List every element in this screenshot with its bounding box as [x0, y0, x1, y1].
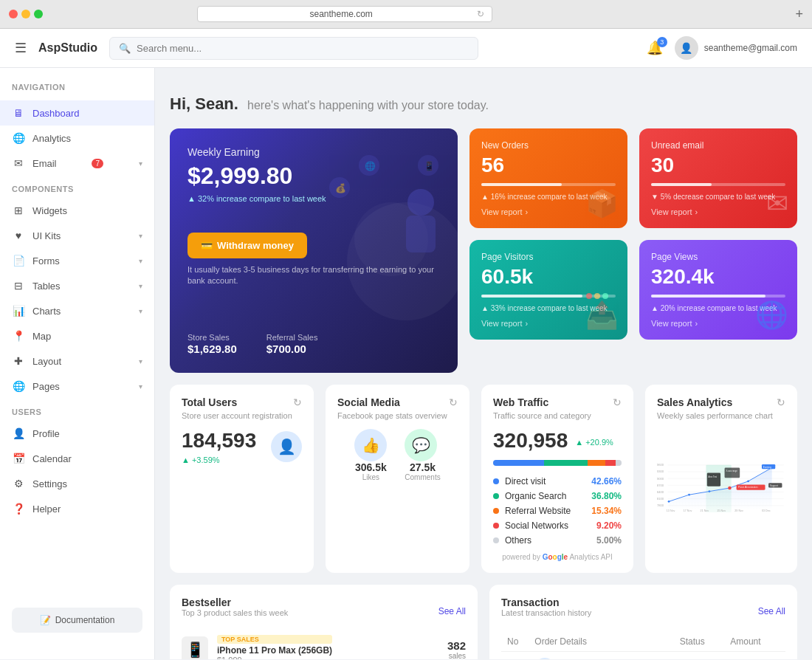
withdraw-button[interactable]: 💳 Withdraw money — [187, 233, 307, 258]
sidebar-item-label: Settings — [32, 478, 67, 489]
greeting-text: Hi, Sean. here's what's happening with y… — [170, 94, 797, 114]
user-info[interactable]: 👤 seantheme@gmail.com — [675, 36, 797, 60]
sidebar-item-label: Helper — [32, 503, 61, 515]
see-all-link[interactable]: See All — [758, 606, 785, 616]
sidebar-item-pages[interactable]: 🌐 Pages ▾ — [0, 374, 154, 399]
sidebar-item-profile[interactable]: 👤 Profile — [0, 421, 154, 446]
sidebar-item-label: Layout — [32, 356, 61, 367]
bestseller-subtitle: Top 3 product sales this week — [182, 608, 288, 617]
sidebar-item-email[interactable]: ✉ Email 7 ▾ — [0, 151, 154, 176]
sidebar-item-label: Analytics — [32, 133, 71, 144]
refresh-icon[interactable]: ↻ — [613, 396, 622, 408]
see-all-link[interactable]: See All — [438, 606, 466, 616]
transaction-table: No Order Details Status Amount 1. — [501, 632, 785, 659]
svg-point-27 — [709, 490, 711, 492]
transaction-card: Transaction Latest transaction history S… — [489, 585, 797, 659]
svg-text:13 Nov: 13 Nov — [667, 509, 675, 512]
users-avatar-icon: 👤 — [271, 431, 302, 462]
layout-icon: ✚ — [12, 354, 25, 368]
svg-text:9300: 9300 — [657, 470, 664, 473]
refresh-icon[interactable]: ↻ — [477, 9, 484, 19]
sidebar-item-layout[interactable]: ✚ Layout ▾ — [0, 348, 154, 374]
uikits-icon: ♥ — [12, 229, 25, 242]
col-order: Order Details — [529, 632, 673, 652]
total-users-value: 184,593 — [182, 429, 256, 453]
sidebar-item-widgets[interactable]: ⊞ Widgets — [0, 198, 154, 223]
view-report-link[interactable]: View report › — [651, 207, 785, 216]
hamburger-icon[interactable]: ☰ — [15, 40, 27, 56]
likes-icon: 👍 — [354, 429, 387, 461]
sidebar-item-forms[interactable]: 📄 Forms ▾ — [0, 248, 154, 273]
add-tab-button[interactable]: + — [795, 7, 803, 22]
minimize-dot[interactable] — [21, 10, 30, 18]
traffic-list: Direct visit 42.66% Organic Search 36.80… — [493, 476, 622, 546]
col-status: Status — [674, 632, 725, 652]
svg-text:9600: 9600 — [657, 463, 664, 467]
social-icons: 👍 306.5k Likes 💬 27.5k Comments — [337, 429, 458, 481]
col-amount: Amount — [724, 632, 785, 652]
sidebar-item-map[interactable]: 📍 Map — [0, 323, 154, 348]
sidebar-item-label: Calendar — [32, 453, 72, 464]
social-media-title: Social Media — [337, 396, 400, 408]
metric-title: Page Views — [651, 252, 785, 262]
svg-text:9000: 9000 — [657, 476, 664, 480]
sidebar-item-analytics[interactable]: 🌐 Analytics — [0, 126, 154, 151]
search-input[interactable] — [137, 43, 469, 54]
app-title: AspStudio — [38, 41, 97, 55]
svg-text:8400: 8400 — [657, 490, 664, 494]
refresh-icon[interactable]: ↻ — [449, 396, 458, 408]
product-image: 📱 — [182, 636, 208, 659]
bestseller-header: Bestseller Top 3 product sales this week… — [182, 597, 466, 626]
email-envelope-icon: ✉ — [766, 188, 788, 219]
browser-url[interactable]: seantheme.com ↻ — [197, 6, 492, 22]
sidebar-item-calendar[interactable]: 📅 Calendar — [0, 446, 154, 471]
helper-icon: ❓ — [12, 502, 25, 515]
metric-row-2: Page Visitors 60.5k ▲ 33% increase — [469, 240, 797, 340]
analytics-icon: 🌐 — [12, 131, 25, 145]
user-email: seantheme@gmail.com — [704, 43, 797, 53]
total-users-card: Total Users ↻ Store user account registr… — [170, 385, 314, 573]
sidebar-item-dashboard[interactable]: 🖥 Dashboard — [0, 100, 154, 126]
email-badge: 7 — [92, 159, 103, 168]
chevron-down-icon: ▾ — [139, 257, 142, 265]
sidebar-item-settings[interactable]: ⚙ Settings — [0, 471, 154, 496]
profile-icon: 👤 — [12, 427, 25, 440]
weekly-title: Weekly Earning — [187, 146, 440, 158]
chevron-down-icon: ▾ — [139, 232, 142, 240]
refresh-icon[interactable]: ↻ — [293, 396, 302, 408]
metric-title: New Orders — [481, 140, 616, 151]
close-dot[interactable] — [9, 10, 18, 18]
row-status: Success — [674, 651, 725, 659]
transaction-title: Transaction — [501, 597, 591, 608]
metric-cards: New Orders 56 ▲ 16% increase compare to … — [469, 128, 797, 373]
product-icon: 💻 — [534, 658, 555, 659]
sidebar-item-charts[interactable]: 📊 Charts ▾ — [0, 298, 154, 323]
row-no: 1. — [501, 651, 529, 659]
sidebar-item-helper[interactable]: ❓ Helper — [0, 496, 154, 521]
list-item: Direct visit 42.66% — [493, 476, 622, 487]
refresh-icon[interactable]: ↻ — [777, 396, 785, 408]
svg-text:8700: 8700 — [657, 483, 664, 487]
product-info: TOP SALES iPhone 11 Pro Max (256GB) $1,0… — [217, 635, 332, 659]
svg-text:21 Nov: 21 Nov — [701, 509, 709, 512]
sidebar-item-tables[interactable]: ⊟ Tables ▾ — [0, 273, 154, 298]
chevron-down-icon: ▾ — [139, 282, 142, 290]
documentation-button[interactable]: 📝 Documentation — [12, 608, 142, 633]
sidebar-item-label: Charts — [32, 306, 61, 317]
weekly-earning-card: 💰 📱 🌐 Weekly Earning $2,999.80 ▲ 32% inc… — [170, 128, 458, 373]
bestseller-title: Bestseller — [182, 597, 288, 608]
notification-button[interactable]: 🔔 3 — [647, 40, 663, 56]
app-header: ☰ AspStudio 🔍 🔔 3 👤 seantheme@gmail.com — [0, 29, 812, 68]
search-box[interactable]: 🔍 — [109, 37, 478, 60]
product-price: $1,099 — [217, 656, 332, 659]
maximize-dot[interactable] — [34, 10, 43, 18]
sidebar-item-uikits[interactable]: ♥ UI Kits ▾ — [0, 223, 154, 248]
header-right: 🔔 3 👤 seantheme@gmail.com — [647, 36, 797, 60]
sales-chart: 9600 9300 9000 8700 8400 8100 7800 — [657, 429, 785, 547]
page-greeting: Hi, Sean. here's what's happening with y… — [170, 83, 797, 128]
chevron-down-icon: ▾ — [139, 357, 142, 365]
social-media-card: Social Media ↻ Facebook page stats overv… — [326, 385, 469, 573]
page-visitors-card: Page Visitors 60.5k ▲ 33% increase — [469, 240, 627, 340]
page-views-card: Page Views 320.4k ▲ 20% increase compare… — [639, 240, 797, 340]
metric-value: 56 — [481, 154, 616, 177]
